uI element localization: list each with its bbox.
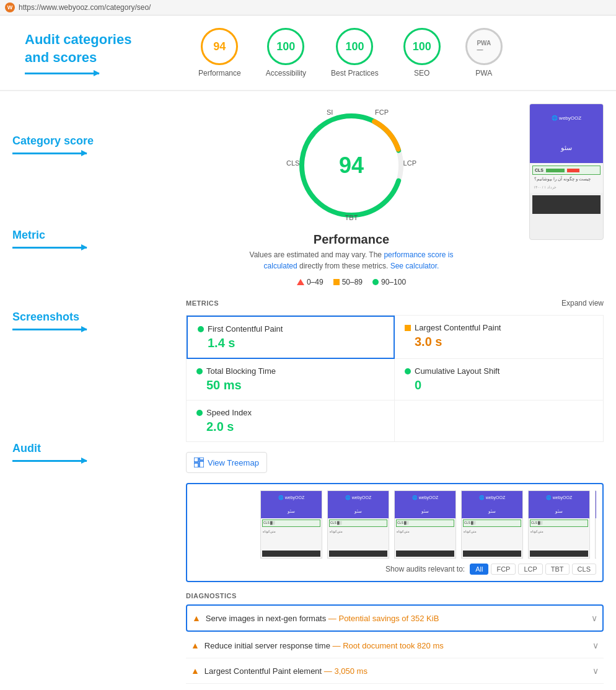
screenshot-5: 🌐 webyOOZ سئو CLS ▓░ متن کوتاه [528, 490, 590, 559]
favicon: W [5, 2, 15, 12]
screenshot-1: 🌐 webyOOZ سئو CLS ▓░ متن کوتاه [260, 490, 322, 559]
screenshots-row: 🌐 webyOOZ سئو CLS ▓░ متن کوتاه 🌐 webyOOZ… [193, 490, 596, 559]
metrics-title: METRICS [186, 299, 219, 307]
view-treemap-button[interactable]: View Treemap [186, 452, 267, 473]
preview-mock: 🌐 webyOOZ سئو CLS چیست و چگونه آن را بپو… [529, 104, 604, 240]
filter-cls[interactable]: CLS [572, 564, 596, 575]
legend-red: 0–49 [297, 278, 323, 286]
score-performance[interactable]: 94 Performance [198, 28, 241, 77]
score-circle-performance: 94 [201, 28, 238, 65]
score-circle-seo: 100 [403, 28, 441, 65]
show-audits-bar: Show audits relevant to: All FCP LCP TBT… [193, 564, 596, 575]
annotation-category-score-label: Category score [12, 135, 161, 148]
annotation-metric-label: Metric [12, 229, 161, 242]
preview-header: 🌐 webyOOZ [530, 104, 603, 132]
metric-tbt-header: Total Blocking Time [196, 366, 384, 376]
annotations-column: Category score Metric Screenshots Audit [0, 104, 174, 690]
gauge-section: SI FCP CLS LCP TBT 94 Performance Values… [186, 104, 604, 286]
score-label-accessibility: Accessibility [266, 69, 306, 77]
gauge-label-fcp: FCP [375, 108, 389, 116]
metric-si-header: Speed Index [196, 408, 384, 417]
warning-icon-1: ▲ [191, 640, 200, 650]
filter-tbt[interactable]: TBT [545, 564, 570, 575]
metric-si-dot [196, 410, 203, 416]
metric-tbt-value: 50 ms [206, 378, 384, 392]
top-bar: W https://www.webyooz.com/category/seo/ [0, 0, 616, 15]
score-pwa[interactable]: PWA— PWA [465, 28, 503, 77]
annotation-screenshots-label: Screenshots [12, 311, 161, 324]
screenshot-4: 🌐 webyOOZ سئو CLS ▓░ متن کوتاه [461, 490, 523, 559]
metric-fcp-header: First Contentful Paint [198, 324, 384, 334]
metric-cls-header: Cumulative Layout Shift [405, 366, 593, 376]
score-circle-best-practices: 100 [336, 28, 373, 65]
content-area: SI FCP CLS LCP TBT 94 Performance Values… [174, 104, 616, 690]
gauge-label-si: SI [327, 108, 333, 116]
screenshots-arrow [12, 329, 87, 330]
audit-row-1[interactable]: ▲ Reduce initial server response time — … [186, 633, 604, 658]
metric-lcp-header: Largest Contentful Paint [405, 323, 593, 332]
legend-orange-icon [333, 279, 340, 285]
metric-si-value: 2.0 s [206, 420, 384, 434]
gauge-score: 94 [339, 153, 364, 179]
score-accessibility[interactable]: 100 Accessibility [266, 28, 306, 77]
diagnostics-title: DIAGNOSTICS [186, 592, 604, 599]
filter-lcp[interactable]: LCP [518, 564, 542, 575]
metric-cls-value: 0 [415, 378, 593, 392]
annotation-metric: Metric [12, 229, 161, 249]
metric-tbt: Total Blocking Time 50 ms [187, 359, 395, 400]
score-best-practices[interactable]: 100 Best Practices [331, 28, 379, 77]
svg-rect-5 [200, 461, 204, 467]
preview-hero: سئو [530, 132, 603, 163]
audit-text-1: Reduce initial server response time — Ro… [205, 641, 587, 650]
chevron-0[interactable]: ∨ [591, 613, 597, 623]
scores-list: 94 Performance 100 Accessibility 100 Bes… [198, 28, 503, 77]
score-label-best-practices: Best Practices [331, 69, 379, 77]
metric-fcp: First Contentful Paint 1.4 s [187, 316, 395, 359]
metric-si: Speed Index 2.0 s [187, 400, 395, 441]
preview-footer [532, 195, 601, 214]
chevron-1[interactable]: ∨ [592, 640, 599, 650]
website-preview: 🌐 webyOOZ سئو CLS چیست و چگونه آن را بپو… [529, 104, 604, 240]
diagnostics-section: DIAGNOSTICS ▲ Serve images in next-gen f… [186, 592, 604, 690]
score-circle-accessibility: 100 [267, 28, 304, 65]
score-label-seo: SEO [414, 69, 429, 77]
scores-header: Audit categories and scores 94 Performan… [0, 15, 616, 91]
gauge-container: SI FCP CLS LCP TBT 94 Performance Values… [186, 104, 517, 286]
screenshot-6: 🌐 webyOOZ سئو CLS ▓░ متن کوتاه [595, 490, 596, 559]
metric-cls-dot [405, 368, 411, 374]
treemap-icon [194, 458, 204, 467]
screenshots-section: 🌐 webyOOZ سئو CLS ▓░ متن کوتاه 🌐 webyOOZ… [186, 483, 604, 582]
audit-row-0[interactable]: ▲ Serve images in next-gen formats — Pot… [186, 604, 604, 632]
main-content: Category score Metric Screenshots Audit [0, 91, 616, 690]
screenshot-0 [193, 490, 255, 559]
see-calculator-link[interactable]: See calculator. [390, 262, 439, 270]
metric-empty [395, 400, 603, 441]
legend-green: 90–100 [372, 278, 406, 286]
screenshot-3: 🌐 webyOOZ سئو CLS ▓░ متن کوتاه [394, 490, 456, 559]
audit-row-3[interactable]: ▲ Eliminate render-blocking resources — … [186, 684, 604, 690]
preview-cls-bar: CLS [532, 166, 601, 175]
gauge-label-tbt: TBT [345, 214, 358, 221]
metric-cls: Cumulative Layout Shift 0 [395, 359, 603, 400]
annotation-screenshots: Screenshots [12, 311, 161, 330]
expand-view-button[interactable]: Expand view [561, 299, 604, 307]
perf-title: Performance [314, 232, 389, 247]
audit-text-0: Serve images in next-gen formats — Poten… [206, 614, 586, 623]
url-text: https://www.webyooz.com/category/seo/ [19, 3, 151, 12]
gauge-labels: SI FCP CLS LCP TBT 94 [289, 104, 413, 228]
filter-fcp[interactable]: FCP [491, 564, 516, 575]
score-label-pwa: PWA [475, 69, 492, 77]
audit-row-2[interactable]: ▲ Largest Contentful Paint element — 3,0… [186, 658, 604, 684]
metric-lcp-value: 3.0 s [415, 335, 593, 349]
chevron-2[interactable]: ∨ [592, 666, 599, 676]
category-score-arrow [12, 153, 87, 154]
metrics-header: METRICS Expand view [186, 299, 604, 307]
filter-all[interactable]: All [470, 564, 488, 575]
score-seo[interactable]: 100 SEO [403, 28, 441, 77]
svg-rect-6 [194, 463, 198, 467]
audit-filter-buttons: All FCP LCP TBT CLS [470, 564, 596, 575]
legend: 0–49 50–89 90–100 [297, 278, 406, 286]
show-audits-label: Show audits relevant to: [385, 565, 465, 573]
annotation-audit: Audit [12, 442, 161, 462]
gauge-label-cls: CLS [286, 159, 299, 167]
